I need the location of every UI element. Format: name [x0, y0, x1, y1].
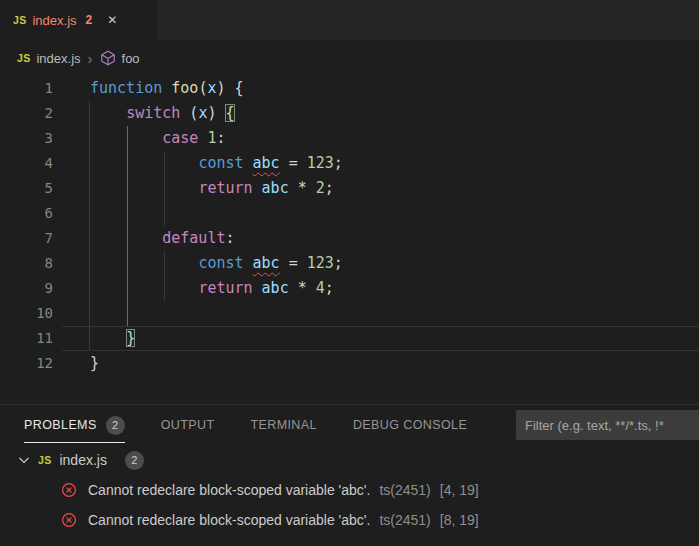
line-number[interactable]: 6: [0, 201, 53, 226]
panel-tab-output[interactable]: OUTPUT: [161, 418, 215, 432]
js-file-icon: JS: [13, 14, 26, 26]
problems-file-group[interactable]: JS index.js 2: [0, 445, 699, 475]
code-text: case 1:: [90, 126, 225, 151]
code-line[interactable]: 10: [0, 301, 699, 326]
indent-guide: [89, 101, 90, 351]
breadcrumb-file[interactable]: index.js: [36, 51, 80, 66]
code-line[interactable]: 12}: [0, 351, 699, 376]
code-editor[interactable]: 1function foo(x) {2 switch (x) {3 case 1…: [0, 76, 699, 404]
bottom-panel: PROBLEMS2OUTPUTTERMINALDEBUG CONSOLE JS …: [0, 404, 699, 546]
problem-source: ts(2451): [379, 482, 430, 498]
panel-tab-problems[interactable]: PROBLEMS2: [24, 416, 125, 435]
breadcrumb: JS index.js › foo: [0, 40, 699, 76]
line-number[interactable]: 10: [0, 301, 53, 326]
indent-guide: [164, 151, 165, 226]
error-circle-icon: [61, 512, 77, 528]
code-text: default:: [90, 226, 235, 251]
js-file-icon: JS: [38, 454, 51, 466]
code-line[interactable]: 5 return abc * 2;: [0, 176, 699, 201]
problem-items: Cannot redeclare block-scoped variable '…: [0, 475, 699, 535]
code-text: function foo(x) {: [90, 76, 244, 101]
panel-tab-label: PROBLEMS: [24, 418, 97, 432]
problems-tree: JS index.js 2 Cannot redeclare block-sco…: [0, 445, 699, 535]
close-icon[interactable]: ✕: [107, 13, 117, 27]
problems-filter-input[interactable]: [516, 410, 699, 440]
line-number[interactable]: 3: [0, 126, 53, 151]
line-number[interactable]: 1: [0, 76, 53, 101]
current-line-highlight: [62, 326, 699, 351]
problem-row[interactable]: Cannot redeclare block-scoped variable '…: [0, 505, 699, 535]
line-number[interactable]: 4: [0, 151, 53, 176]
code-text: }: [90, 351, 99, 376]
panel-tab-label: OUTPUT: [161, 418, 215, 432]
problem-source: ts(2451): [379, 512, 430, 528]
panel-tab-terminal[interactable]: TERMINAL: [250, 418, 316, 432]
code-line[interactable]: 9 return abc * 4;: [0, 276, 699, 301]
code-text: switch (x) {: [90, 101, 235, 126]
code-line[interactable]: 1function foo(x) {: [0, 76, 699, 101]
code-line[interactable]: 3 case 1:: [0, 126, 699, 151]
problem-location: [4, 19]: [440, 482, 479, 498]
code-line[interactable]: 6: [0, 201, 699, 226]
breadcrumb-symbol[interactable]: foo: [122, 51, 140, 66]
editor-tab-indexjs[interactable]: JS index.js 2 ✕: [0, 0, 158, 40]
problems-file-name: index.js: [59, 452, 106, 468]
chevron-down-icon[interactable]: [16, 452, 32, 468]
line-number[interactable]: 8: [0, 251, 53, 276]
error-circle-icon: [61, 482, 77, 498]
tab-problem-count: 2: [86, 13, 93, 27]
panel-tabs: PROBLEMS2OUTPUTTERMINALDEBUG CONSOLE: [24, 416, 467, 435]
problem-location: [8, 19]: [440, 512, 479, 528]
panel-header: PROBLEMS2OUTPUTTERMINALDEBUG CONSOLE: [0, 405, 699, 445]
js-file-icon: JS: [17, 52, 30, 64]
cube-icon: [100, 50, 116, 66]
indent-guide-active: [127, 126, 128, 326]
code-line[interactable]: 8 const abc = 123;: [0, 251, 699, 276]
panel-tab-badge: 2: [106, 416, 125, 435]
chevron-right-icon: ›: [88, 50, 93, 67]
line-number[interactable]: 7: [0, 226, 53, 251]
line-number[interactable]: 9: [0, 276, 53, 301]
problems-file-count-badge: 2: [125, 451, 144, 470]
line-number[interactable]: 11: [0, 326, 53, 351]
tab-bar: JS index.js 2 ✕: [0, 0, 699, 40]
code-line[interactable]: 4 const abc = 123;: [0, 151, 699, 176]
panel-tab-debug-console[interactable]: DEBUG CONSOLE: [353, 418, 467, 432]
panel-tab-label: DEBUG CONSOLE: [353, 418, 467, 432]
tab-filename: index.js: [32, 13, 76, 28]
problem-message: Cannot redeclare block-scoped variable '…: [88, 512, 370, 528]
indent-guide: [164, 251, 165, 301]
line-number[interactable]: 12: [0, 351, 53, 376]
panel-tab-label: TERMINAL: [250, 418, 316, 432]
line-number[interactable]: 2: [0, 101, 53, 126]
code-line[interactable]: 2 switch (x) {: [0, 101, 699, 126]
problem-message: Cannot redeclare block-scoped variable '…: [88, 482, 370, 498]
code-line[interactable]: 7 default:: [0, 226, 699, 251]
line-number[interactable]: 5: [0, 176, 53, 201]
problem-row[interactable]: Cannot redeclare block-scoped variable '…: [0, 475, 699, 505]
